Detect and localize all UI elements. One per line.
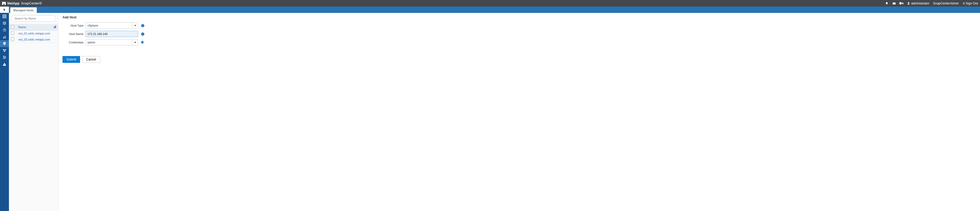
host-type-label: Host Type	[62, 24, 83, 27]
signout-icon	[963, 2, 965, 5]
nav-hosts-icon[interactable]	[0, 40, 9, 47]
netapp-logo-icon	[2, 2, 6, 5]
host-type-select[interactable]: vSphere	[86, 22, 138, 29]
user-icon	[907, 2, 910, 5]
page-title: Add Host	[62, 16, 976, 19]
credentials-select[interactable]: admin	[86, 39, 138, 46]
search-input[interactable]	[11, 15, 56, 22]
svg-rect-25	[4, 64, 5, 65]
svg-rect-28	[142, 25, 143, 26]
svg-rect-14	[3, 43, 5, 45]
column-name-label: Name	[18, 26, 26, 29]
svg-rect-24	[4, 58, 5, 59]
row-checkbox[interactable]	[11, 32, 14, 35]
host-name-input-wrap[interactable]	[86, 31, 138, 37]
table-row[interactable]: ora_01.sddc.netapp.com	[9, 30, 58, 37]
top-bar: NetApp SnapCenter® ❷▾ administrator Snap…	[0, 0, 980, 6]
svg-rect-8	[5, 16, 6, 17]
user-role[interactable]: SnapCenterAdmin	[933, 2, 959, 5]
nav-storage-icon[interactable]	[0, 47, 9, 54]
nav-dashboard-icon[interactable]	[0, 13, 9, 20]
sign-out-label: Sign Out	[966, 2, 978, 5]
svg-rect-23	[5, 57, 5, 58]
select-all-checkbox[interactable]	[11, 25, 14, 29]
svg-rect-29	[142, 24, 143, 25]
svg-rect-17	[5, 49, 6, 50]
main-content: Add Host Host Type vSphere Host Name	[58, 13, 980, 211]
svg-rect-31	[142, 34, 143, 35]
svg-rect-1	[5, 2, 6, 5]
svg-rect-10	[4, 18, 5, 18]
svg-rect-6	[3, 16, 4, 17]
nav-monitor-icon[interactable]	[0, 27, 9, 34]
info-icon[interactable]	[141, 32, 145, 36]
submit-label: Submit	[67, 58, 76, 61]
host-list: Name ora_01.sddc.netapp.com	[9, 24, 58, 43]
credentials-label: Credentials	[62, 41, 83, 44]
help-icon[interactable]: ❷▾	[900, 2, 903, 5]
svg-rect-5	[5, 14, 6, 16]
nav-rail	[0, 6, 9, 211]
svg-rect-19	[3, 56, 6, 56]
table-row[interactable]: ora_02.sddc.netapp.com	[9, 37, 58, 43]
svg-rect-13	[3, 42, 5, 43]
svg-rect-3	[3, 14, 4, 16]
brand: NetApp SnapCenter®	[2, 1, 42, 5]
info-icon[interactable]	[141, 24, 145, 27]
brand-product: SnapCenter®	[21, 1, 42, 5]
brand-company: NetApp	[7, 1, 19, 5]
svg-rect-4	[4, 14, 5, 16]
sign-out-link[interactable]: Sign Out	[963, 2, 978, 5]
tab-managed-hosts[interactable]: Managed Hosts	[10, 7, 37, 13]
tab-label: Managed Hosts	[13, 9, 33, 12]
submit-button[interactable]: Submit	[62, 56, 80, 63]
svg-rect-15	[4, 45, 5, 45]
sub-tabs: Managed Hosts	[9, 6, 980, 13]
svg-rect-7	[4, 16, 5, 17]
nav-expand-button[interactable]	[0, 6, 9, 13]
nav-alerts-icon[interactable]	[0, 61, 9, 68]
column-name-header[interactable]: Name	[16, 24, 58, 30]
chevron-down-icon[interactable]	[132, 22, 138, 29]
cancel-button[interactable]: Cancel	[82, 56, 100, 63]
mail-icon[interactable]	[892, 2, 896, 5]
svg-rect-32	[142, 33, 143, 33]
side-panel: Name ora_01.sddc.netapp.com	[9, 13, 58, 211]
row-checkbox[interactable]	[11, 38, 14, 41]
svg-rect-0	[2, 2, 3, 5]
credentials-value: admin	[88, 41, 95, 44]
add-credential-button[interactable]: ✚	[141, 40, 144, 45]
svg-rect-20	[3, 57, 6, 58]
nav-resources-icon[interactable]	[0, 20, 9, 27]
topbar-right: ❷▾ administrator SnapCenterAdmin Sign Ou…	[885, 2, 978, 5]
svg-rect-16	[3, 49, 4, 50]
chevron-down-icon[interactable]	[132, 40, 138, 45]
bell-icon[interactable]	[885, 2, 889, 5]
svg-rect-2	[3, 2, 5, 4]
host-link[interactable]: ora_01.sddc.netapp.com	[18, 32, 50, 35]
host-type-value: vSphere	[88, 24, 98, 27]
nav-reports-icon[interactable]	[0, 34, 9, 40]
user-menu[interactable]: administrator	[907, 2, 929, 5]
svg-rect-22	[4, 56, 4, 57]
host-name-label: Host Name	[62, 32, 83, 35]
host-link[interactable]: ora_02.sddc.netapp.com	[18, 38, 50, 41]
user-name: administrator	[911, 2, 929, 5]
cancel-label: Cancel	[86, 58, 96, 61]
nav-settings-icon[interactable]	[0, 54, 9, 61]
host-name-input[interactable]	[88, 31, 136, 37]
svg-rect-11	[5, 18, 6, 18]
svg-rect-18	[4, 51, 5, 52]
svg-rect-9	[3, 18, 4, 18]
sort-icon	[54, 26, 56, 29]
